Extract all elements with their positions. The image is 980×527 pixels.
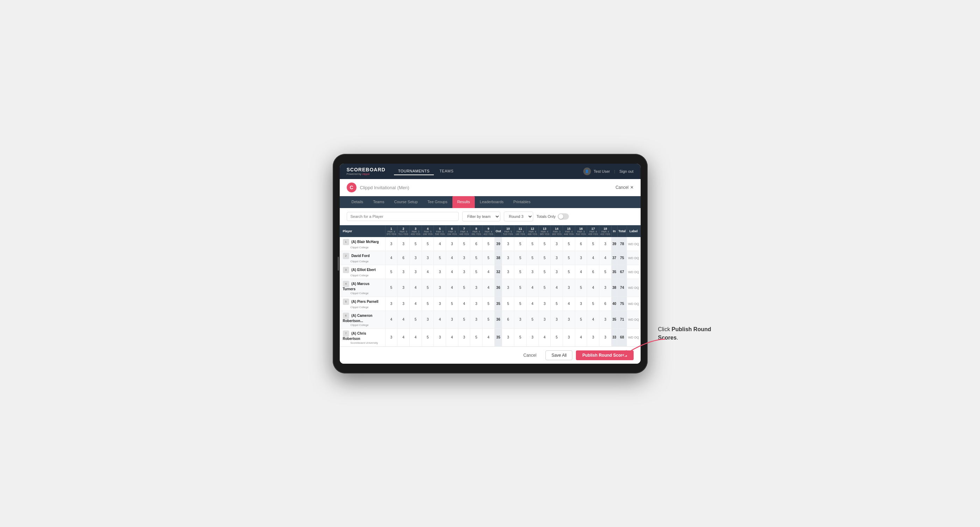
score-h15[interactable]: 5 (563, 251, 575, 265)
score-h17[interactable]: 5 (587, 297, 599, 311)
wd-label[interactable]: WD (628, 242, 633, 246)
score-h4[interactable]: 3 (422, 251, 434, 265)
score-h4[interactable]: 5 (422, 329, 434, 346)
score-h5[interactable]: 4 (434, 237, 446, 251)
wd-label[interactable]: WD (628, 270, 633, 274)
score-h9[interactable]: 5 (482, 311, 495, 329)
score-h9[interactable]: 4 (482, 279, 495, 297)
score-h18[interactable]: 3 (599, 279, 612, 297)
score-h13[interactable]: 3 (538, 311, 551, 329)
score-h17[interactable]: 6 (587, 265, 599, 279)
score-h9[interactable]: 5 (482, 297, 495, 311)
score-h17[interactable]: 5 (587, 237, 599, 251)
score-h6[interactable]: 4 (446, 251, 458, 265)
score-h2[interactable]: 4 (398, 329, 410, 346)
score-h16[interactable]: 3 (575, 297, 587, 311)
score-h12[interactable]: 5 (526, 251, 538, 265)
score-h12[interactable]: 5 (526, 311, 538, 329)
score-h16[interactable]: 5 (575, 279, 587, 297)
score-h6[interactable]: 4 (446, 329, 458, 346)
score-h8[interactable]: 5 (470, 265, 482, 279)
score-h14[interactable]: 3 (551, 265, 563, 279)
score-h6[interactable]: 4 (446, 279, 458, 297)
score-h12[interactable]: 5 (526, 237, 538, 251)
totals-toggle-switch[interactable] (558, 213, 569, 220)
score-h6[interactable]: 3 (446, 311, 458, 329)
score-h2[interactable]: 3 (398, 297, 410, 311)
score-h18[interactable]: 3 (599, 329, 612, 346)
score-h2[interactable]: 3 (398, 237, 410, 251)
search-input[interactable] (347, 212, 459, 221)
score-h8[interactable]: 3 (470, 297, 482, 311)
score-h9[interactable]: 4 (482, 265, 495, 279)
score-h5[interactable]: 3 (434, 279, 446, 297)
score-h10[interactable]: 3 (502, 279, 514, 297)
score-h7[interactable]: 3 (458, 265, 470, 279)
score-h15[interactable]: 3 (563, 329, 575, 346)
score-h3[interactable]: 5 (409, 311, 422, 329)
score-h13[interactable]: 5 (538, 265, 551, 279)
nav-tournaments[interactable]: TOURNAMENTS (394, 168, 434, 175)
score-h18[interactable]: 6 (599, 297, 612, 311)
tab-leaderboards[interactable]: Leaderboards (475, 196, 508, 208)
tab-course-setup[interactable]: Course Setup (390, 196, 423, 208)
score-h6[interactable]: 5 (446, 297, 458, 311)
score-h10[interactable]: 3 (502, 237, 514, 251)
score-h4[interactable]: 4 (422, 265, 434, 279)
wd-label[interactable]: WD (628, 286, 633, 290)
score-h11[interactable]: 5 (514, 265, 527, 279)
score-h9[interactable]: 5 (482, 237, 495, 251)
score-h1[interactable]: 5 (385, 279, 398, 297)
score-h17[interactable]: 3 (587, 329, 599, 346)
score-h16[interactable]: 4 (575, 329, 587, 346)
score-h4[interactable]: 5 (422, 279, 434, 297)
score-h11[interactable]: 5 (514, 237, 527, 251)
score-h14[interactable]: 5 (551, 329, 563, 346)
dq-label[interactable]: DQ (634, 242, 639, 246)
score-h16[interactable]: 4 (575, 265, 587, 279)
score-h2[interactable]: 4 (398, 311, 410, 329)
score-h15[interactable]: 5 (563, 237, 575, 251)
score-h2[interactable]: 3 (398, 279, 410, 297)
save-all-button[interactable]: Save All (546, 351, 573, 360)
score-h1[interactable]: 4 (385, 251, 398, 265)
wd-label[interactable]: WD (628, 256, 633, 260)
score-h12[interactable]: 4 (526, 297, 538, 311)
score-h12[interactable]: 3 (526, 329, 538, 346)
round-select[interactable]: Round 3 (504, 211, 533, 221)
score-h14[interactable]: 3 (551, 237, 563, 251)
filter-team-select[interactable]: Filter by team (462, 211, 500, 221)
tab-teams[interactable]: Teams (368, 196, 389, 208)
score-h14[interactable]: 4 (551, 279, 563, 297)
score-h10[interactable]: 3 (502, 329, 514, 346)
score-h1[interactable]: 3 (385, 329, 398, 346)
score-h16[interactable]: 6 (575, 237, 587, 251)
score-h11[interactable]: 3 (514, 311, 527, 329)
score-h3[interactable]: 4 (409, 297, 422, 311)
score-h13[interactable]: 5 (538, 279, 551, 297)
score-h7[interactable]: 3 (458, 251, 470, 265)
score-h16[interactable]: 5 (575, 311, 587, 329)
score-h11[interactable]: 5 (514, 329, 527, 346)
score-h8[interactable]: 5 (470, 251, 482, 265)
footer-cancel-button[interactable]: Cancel (518, 351, 542, 360)
tab-printables[interactable]: Printables (508, 196, 535, 208)
score-h9[interactable]: 5 (482, 251, 495, 265)
dq-label[interactable]: DQ (634, 270, 639, 274)
score-h7[interactable]: 5 (458, 237, 470, 251)
score-h15[interactable]: 5 (563, 265, 575, 279)
score-h15[interactable]: 3 (563, 311, 575, 329)
score-h7[interactable]: 5 (458, 279, 470, 297)
dq-label[interactable]: DQ (634, 256, 639, 260)
score-h7[interactable]: 3 (458, 329, 470, 346)
wd-label[interactable]: WD (628, 302, 633, 306)
score-h18[interactable]: 5 (599, 265, 612, 279)
score-h8[interactable]: 3 (470, 279, 482, 297)
score-h14[interactable]: 3 (551, 251, 563, 265)
score-h18[interactable]: 3 (599, 311, 612, 329)
score-h5[interactable]: 5 (434, 251, 446, 265)
score-h18[interactable]: 3 (599, 237, 612, 251)
score-h18[interactable]: 4 (599, 251, 612, 265)
score-h17[interactable]: 4 (587, 251, 599, 265)
score-h14[interactable]: 3 (551, 311, 563, 329)
